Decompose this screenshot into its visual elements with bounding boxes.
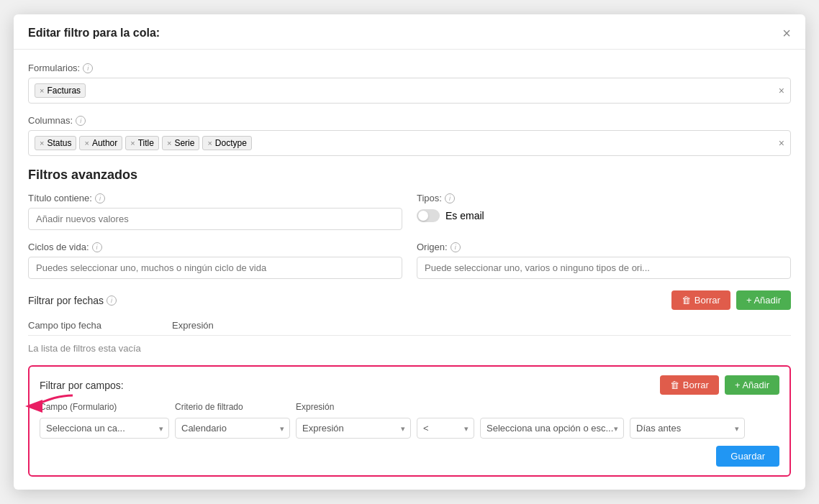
titulo-contiene-label: Título contiene: i [28,193,402,203]
tipos-label: Tipos: i [417,193,791,203]
criterio-select-wrapper: Calendario [175,418,290,439]
col-dias-label [630,402,745,412]
campos-col-headers: Campo (Formulario) Criterio de filtrado … [40,402,779,415]
formularios-tags-input[interactable]: × Facturas × [28,78,791,104]
campos-label: Filtrar por campos: [40,380,124,391]
columnas-field: Columnas: i × Status × Author × Title × [28,115,791,156]
close-button[interactable]: × [782,26,791,40]
modal-title: Editar filtro para la cola: [28,27,160,40]
formularios-clear[interactable]: × [779,85,784,96]
titulo-tipos-row: Título contiene: i Tipos: i Es email [28,193,791,230]
opcion-select-wrapper: Selecciona una opción o esc... [480,418,624,439]
trash-icon-campos: 🗑 [670,380,679,390]
tag-serie: × Serie [162,136,199,150]
titulo-contiene-input[interactable] [28,208,402,230]
tag-serie-remove[interactable]: × [167,139,171,147]
modal-header: Editar filtro para la cola: × [14,14,805,50]
tag-author-remove[interactable]: × [84,139,89,147]
campos-anadir-button[interactable]: + Añadir [725,375,779,395]
tag-facturas: × Facturas [35,83,86,98]
toggle-knob [418,211,428,221]
fechas-header: Filtrar por fechas i 🗑 Borrar + Añadir [28,290,791,310]
operator-select-wrapper: < [417,418,474,439]
email-label: Es email [445,210,484,221]
criterio-select[interactable]: Calendario [175,418,290,439]
modal-container: Editar filtro para la cola: × Formulario… [14,14,805,490]
email-toggle[interactable] [417,209,440,222]
tag-status-remove[interactable]: × [40,139,44,147]
fechas-empty-row: La lista de filtros esta vacía [28,339,791,358]
tipos-info-icon: i [445,193,455,203]
ciclos-origen-row: Ciclos de vida: i Origen: i [28,242,791,279]
tag-doctype: × Doctype [202,136,251,150]
campo-select[interactable]: Selecciona un ca... [40,418,169,439]
col-opcion-label [480,402,624,412]
titulo-info-icon: i [95,193,105,203]
ciclos-field: Ciclos de vida: i [28,242,402,279]
dias-select[interactable]: Días antes [630,418,745,439]
dias-select-wrapper: Días antes [630,418,745,439]
fechas-table-header: Campo tipo fecha Expresión [28,316,791,336]
campo-select-wrapper: Selecciona un ca... [40,418,169,439]
opcion-select[interactable]: Selecciona una opción o esc... [480,418,624,439]
advanced-filters-title: Filtros avanzados [28,168,791,183]
expresion-select-wrapper: Expresión [296,418,411,439]
fechas-section: Filtrar por fechas i 🗑 Borrar + Añadir C… [28,290,791,358]
expresion-select[interactable]: Expresión [296,418,411,439]
columnas-clear[interactable]: × [779,137,784,149]
campos-borrar-button[interactable]: 🗑 Borrar [660,375,719,395]
guardar-button[interactable]: Guardar [716,446,779,467]
origen-field: Origen: i [417,242,791,279]
fechas-label: Filtrar por fechas i [28,295,117,306]
tag-title: × Title [125,136,159,150]
formularios-field: Formularios: i × Facturas × [28,63,791,104]
ciclos-label: Ciclos de vida: i [28,242,402,252]
campos-btn-group: 🗑 Borrar + Añadir [660,375,779,395]
operator-select[interactable]: < [417,418,474,439]
ciclos-info-icon: i [92,242,102,252]
col-campo-label: Campo (Formulario) [40,402,169,412]
fechas-borrar-button[interactable]: 🗑 Borrar [671,290,730,310]
titulo-contiene-field: Título contiene: i [28,193,402,230]
tag-title-remove[interactable]: × [130,139,135,147]
columnas-info-icon: i [76,116,86,126]
origen-label: Origen: i [417,242,791,252]
columnas-label: Columnas: i [28,115,791,126]
tag-doctype-remove[interactable]: × [207,139,212,147]
origen-info-icon: i [451,242,461,252]
tag-status: × Status [35,136,76,150]
tag-author: × Author [79,136,122,150]
columnas-tags-input[interactable]: × Status × Author × Title × Serie × Do [28,130,791,156]
tipos-field: Tipos: i Es email [417,193,791,230]
footer-row: Guardar [40,439,779,467]
modal-body: Formularios: i × Facturas × Columnas: i … [14,50,805,490]
campos-filter-row: Selecciona un ca... Calendario Expresión… [40,418,779,439]
tag-facturas-remove[interactable]: × [40,86,44,95]
trash-icon: 🗑 [682,295,691,306]
fechas-btn-group: 🗑 Borrar + Añadir [671,290,791,310]
origen-input[interactable] [417,257,791,279]
fechas-anadir-button[interactable]: + Añadir [736,290,791,310]
col-operator-label [417,402,474,412]
col-expresion-label: Expresión [296,402,411,412]
email-toggle-row: Es email [417,209,791,222]
formularios-label: Formularios: i [28,63,791,73]
campos-header: Filtrar por campos: 🗑 Borrar + Añadir [40,375,779,395]
campos-section: Filtrar por campos: 🗑 Borrar + Añadir Ca… [28,365,791,477]
fechas-info-icon: i [107,295,117,306]
ciclos-input[interactable] [28,257,402,279]
formularios-info-icon: i [83,63,93,73]
col-criterio-label: Criterio de filtrado [175,402,290,412]
